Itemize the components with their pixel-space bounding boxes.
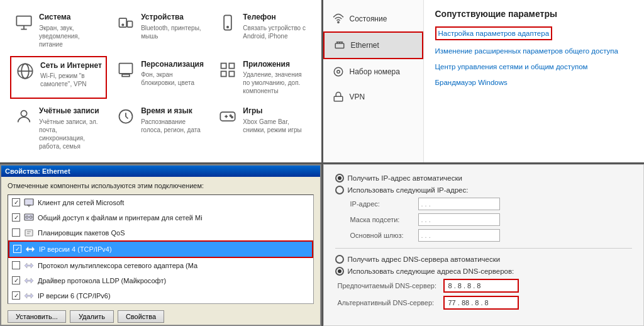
dns-section: Получить адрес DNS-сервера автоматически…	[335, 255, 633, 310]
radio-dns-manual[interactable]: Использовать следующие адреса DNS-сервер…	[335, 267, 633, 276]
svg-point-31	[336, 70, 340, 74]
settings-item-vremya[interactable]: Время и язык Распознавание голоса, регио…	[112, 103, 209, 154]
svg-rect-33	[25, 199, 33, 205]
ipv4-icon	[25, 244, 35, 254]
settings-item-ustroistva[interactable]: Устройства Bluetooth, принтеры, мышь	[112, 9, 209, 52]
link-nastroika[interactable]: Настройка параметров адаптера	[435, 26, 553, 40]
qos-icon	[24, 228, 34, 238]
component-protokol[interactable]: Протокол мультиплексора сетевого адаптер…	[8, 258, 313, 273]
settings-sub-ustroistva: Bluetooth, принтеры, мышь	[141, 24, 205, 40]
settings-text-sistema: Система Экран, звук, уведомления, питани…	[39, 13, 103, 48]
ip-properties-panel: Получить IP-адрес автоматически Использо…	[323, 164, 645, 327]
dns-manual-label: Использовать следующие адреса DNS-сервер…	[348, 267, 514, 275]
checkbox-klient[interactable]	[12, 198, 20, 206]
checkbox-planirovschik[interactable]	[12, 228, 20, 237]
settings-panel-top-left: Система Экран, звук, уведомления, питани…	[0, 0, 321, 162]
settings-title-prilojeniya: Приложения	[243, 60, 307, 70]
nav-item-ethernet[interactable]: Ethernet	[323, 31, 423, 59]
dns-preferred-label: Предпочитаемый DNS-сервер:	[338, 282, 438, 289]
divider	[335, 248, 633, 249]
client-icon	[24, 198, 34, 208]
ip-field-row-gateway: Основной шлюз: . . .	[335, 229, 633, 242]
checkbox-ipv6[interactable]	[12, 291, 20, 300]
nav-item-sostoyanie[interactable]: Состояние	[323, 6, 423, 31]
monitor-icon	[14, 13, 34, 33]
component-text-obschiy: Общий доступ к файлам и принтерам для се…	[38, 214, 203, 222]
dial-icon	[332, 65, 345, 78]
component-drayver[interactable]: Драйвер протокола LLDP (Майкрософт)	[8, 273, 313, 288]
settings-item-igry[interactable]: Игры Xbox Game Bar, снимки, режим игры	[214, 103, 311, 154]
component-text-ipv6: IP версии 6 (TCP/IPv6)	[38, 292, 111, 300]
svg-rect-4	[127, 21, 132, 27]
btn-ustanovit[interactable]: Установить...	[8, 310, 66, 323]
settings-sub-personalizaciya: Фон, экран блокировки, цвета	[141, 70, 205, 87]
svg-rect-16	[230, 71, 235, 76]
svg-rect-32	[334, 96, 343, 101]
component-klient[interactable]: Клиент для сетей Microsoft	[8, 195, 313, 210]
radio-ip-manual[interactable]: Использовать следующий IP-адрес:	[335, 186, 633, 194]
ip-gateway-label: Основной шлюз:	[350, 232, 413, 239]
settings-text-personalizaciya: Персонализация Фон, экран блокировки, цв…	[141, 60, 205, 87]
ip-addr-input[interactable]: . . .	[418, 198, 500, 210]
settings-title-ustroistva: Устройства	[141, 13, 205, 23]
settings-item-set[interactable]: Сеть и Интернет Wi-Fi, режим "в самолете…	[10, 56, 107, 99]
settings-item-sistema[interactable]: Система Экран, звук, уведомления, питани…	[10, 9, 107, 52]
btn-udalit[interactable]: Удалить	[70, 310, 114, 323]
dns-auto-label: Получить адрес DNS-сервера автоматически	[348, 256, 501, 263]
settings-sub-set: Wi-Fi, режим "в самолете", VPN	[40, 72, 102, 88]
apps-icon	[218, 60, 238, 80]
dns-alternative-value: 77 . 88 . 8 . 8	[448, 299, 489, 306]
component-obschiy[interactable]: Общий доступ к файлам и принтерам для се…	[8, 210, 313, 225]
settings-title-uchetnye: Учётные записи	[39, 106, 103, 116]
radio-dot-ip-manual[interactable]	[335, 186, 344, 194]
btn-svoistva[interactable]: Свойства	[118, 310, 164, 323]
ip-auto-label: Получить IP-адрес автоматически	[348, 174, 462, 182]
devices-icon	[116, 13, 136, 33]
ip-gateway-input[interactable]: . . .	[418, 229, 500, 242]
dns-alternative-input[interactable]: 77 . 88 . 8 . 8	[443, 296, 519, 310]
checkbox-ipv4[interactable]	[13, 245, 21, 253]
ip-field-row-ip: IP-адрес: . . .	[335, 198, 633, 210]
nav-item-nabor[interactable]: Набор номера	[323, 59, 423, 84]
ip-mask-input[interactable]: . . .	[418, 213, 500, 226]
settings-text-vremya: Время и язык Распознавание голоса, регио…	[141, 106, 205, 134]
ip-addr-value: . . .	[421, 200, 431, 208]
settings-item-personalizaciya[interactable]: Персонализация Фон, экран блокировки, цв…	[112, 56, 209, 99]
radio-dot-dns-manual[interactable]	[335, 267, 344, 276]
settings-item-prilojeniya[interactable]: Приложения Удаление, значения по умолчан…	[214, 56, 311, 99]
link-centr[interactable]: Центр управления сетями и общим доступом	[435, 62, 633, 72]
svg-rect-39	[25, 230, 33, 236]
settings-item-uchetnye[interactable]: Учётные записи Учётные записи, эл. почта…	[10, 103, 107, 154]
settings-sub-sistema: Экран, звук, уведомления, питание	[39, 24, 103, 48]
radio-dns-auto[interactable]: Получить адрес DNS-сервера автоматически	[335, 255, 633, 264]
radio-dot-dns-auto[interactable]	[335, 255, 344, 264]
checkbox-obschiy[interactable]	[12, 213, 20, 222]
svg-rect-12	[122, 74, 130, 77]
settings-title-set: Сеть и Интернет	[40, 61, 102, 71]
link-izmenenie[interactable]: Изменение расширенных параметров общего …	[435, 46, 633, 56]
component-ipv4[interactable]: IP версии 4 (TCP/IPv4)	[8, 240, 313, 258]
ip-section: Получить IP-адрес автоматически Использо…	[335, 174, 633, 242]
settings-sub-telefon: Связать устройство с Android, iPhone	[243, 24, 307, 40]
radio-ip-auto[interactable]: Получить IP-адрес автоматически	[335, 174, 633, 183]
settings-sub-prilojeniya: Удаление, значения по умолчанию, доп. ко…	[243, 70, 307, 95]
nav-item-vpn[interactable]: VPN	[323, 84, 423, 110]
component-ipv6[interactable]: IP версии 6 (TCP/IPv6)	[8, 288, 313, 303]
checkbox-drayver[interactable]	[12, 276, 20, 284]
checkbox-protokol[interactable]	[12, 261, 20, 269]
dns-preferred-input[interactable]: 8 . 8 . 8 . 8	[443, 279, 519, 293]
radio-dot-ip-auto[interactable]	[335, 174, 344, 183]
component-text-planirovschik: Планировщик пакетов QoS	[38, 229, 125, 237]
nav-label-vpn: VPN	[350, 93, 365, 101]
link-brandmauer[interactable]: Брандмауэр Windows	[435, 77, 633, 87]
svg-rect-15	[221, 71, 226, 76]
components-label: Отмеченные компоненты используются этим …	[8, 182, 314, 189]
svg-point-17	[21, 111, 26, 116]
lldp-icon	[24, 276, 34, 286]
settings-text-uchetnye: Учётные записи Учётные записи, эл. почта…	[39, 106, 103, 150]
component-text-ipv4: IP версии 4 (TCP/IPv4)	[39, 245, 112, 253]
component-planirovschik[interactable]: Планировщик пакетов QoS	[8, 225, 313, 240]
settings-item-telefon[interactable]: Телефон Связать устройство с Android, iP…	[214, 9, 311, 52]
settings-title-personalizaciya: Персонализация	[141, 60, 205, 70]
accounts-icon	[14, 106, 34, 126]
